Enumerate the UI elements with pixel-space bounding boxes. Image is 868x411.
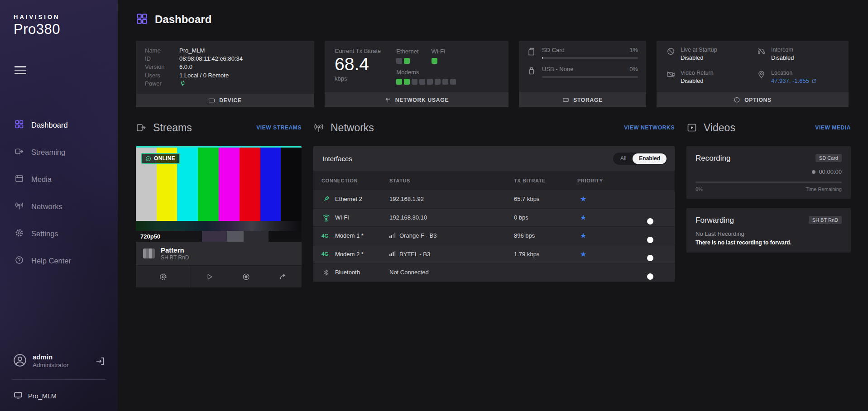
interface-name: Bluetooth: [335, 269, 360, 276]
hamburger-menu-icon[interactable]: [14, 64, 26, 76]
location-link[interactable]: 47.937, -1.655: [771, 77, 817, 84]
live-at-startup-item: Live at Startup Disabled: [667, 47, 748, 63]
location-item: Location 47.937, -1.655: [757, 70, 839, 86]
location-pin-icon: [757, 70, 766, 79]
sidebar-device-name: Pro_MLM: [28, 392, 57, 400]
ethernet-usage-group: Ethernet: [396, 48, 418, 64]
streams-section: Streams VIEW STREAMS ONLINE 720p50: [136, 120, 302, 287]
stream-status-badge: ONLINE: [141, 153, 180, 164]
record-icon: [242, 272, 250, 281]
modem-4g-icon: 4G: [321, 233, 331, 239]
filter-all-option[interactable]: All: [614, 153, 633, 164]
interface-bitrate: 0 bps: [514, 214, 577, 221]
recording-timer: 00:00:00: [695, 168, 842, 175]
logout-icon[interactable]: [95, 356, 105, 366]
nav-label: Streaming: [31, 148, 65, 157]
view-streams-link[interactable]: VIEW STREAMS: [256, 124, 302, 131]
view-media-link[interactable]: VIEW MEDIA: [815, 124, 851, 131]
usb-label: USB - None: [542, 66, 573, 72]
stream-card: ONLINE 720p50 Pattern SH BT RnD: [136, 146, 302, 287]
intercom-disabled-icon: [757, 47, 766, 56]
filter-enabled-option[interactable]: Enabled: [633, 153, 667, 164]
interface-status: 192.168.1.92: [389, 196, 514, 202]
recording-title: Recording: [695, 154, 731, 163]
sidebar-item-networks[interactable]: Networks: [0, 193, 118, 220]
brand-logo: HAIVISION Pro380: [0, 0, 118, 38]
storage-card: SD Card 1% USB - None 0%: [519, 41, 646, 107]
usb-icon: [527, 66, 536, 75]
stream-preview[interactable]: ONLINE 720p50: [136, 146, 302, 242]
svg-text:AP: AP: [324, 219, 328, 221]
sidebar-item-media[interactable]: Media: [0, 166, 118, 193]
user-row[interactable]: admin Administrator: [10, 349, 108, 373]
option-value: Disabled: [681, 77, 714, 84]
device-footer-button[interactable]: DEVICE: [136, 94, 314, 107]
storage-footer-label: STORAGE: [573, 97, 603, 103]
options-footer-label: OPTIONS: [744, 97, 772, 103]
tx-bitrate-unit: kbps: [335, 75, 381, 82]
wifi-usage-group: Wi-Fi: [432, 48, 445, 64]
sidebar-item-settings[interactable]: Settings: [0, 220, 118, 248]
stream-record-button[interactable]: [228, 266, 264, 287]
interface-status: 192.168.30.10: [389, 214, 514, 221]
sidebar-item-help-center[interactable]: Help Center: [0, 248, 118, 275]
forwarding-title: Forwarding: [695, 216, 734, 225]
dashboard-grid-icon: [14, 119, 24, 131]
storage-footer-button[interactable]: STORAGE: [519, 92, 646, 107]
streaming-icon: [14, 147, 24, 158]
option-label: Intercom: [771, 47, 794, 53]
sidebar-nav: Dashboard Streaming Media Networks Setti…: [0, 112, 118, 275]
recording-card: Recording SD Card 00:00:00 0% Time Remai…: [686, 146, 851, 199]
help-icon: [14, 255, 24, 267]
videos-title: Videos: [704, 122, 735, 134]
device-field-value: 1 Local / 0 Remote: [179, 72, 229, 80]
modem-4g-icon: 4G: [321, 251, 331, 257]
nav-label: Media: [31, 175, 52, 184]
sidebar-device-row[interactable]: Pro_MLM: [10, 386, 108, 404]
ethernet-label: Ethernet: [396, 48, 418, 55]
user-name: admin: [33, 353, 69, 362]
stream-play-button[interactable]: [191, 266, 228, 287]
media-icon: [14, 174, 24, 185]
stream-forward-button[interactable]: [265, 266, 302, 287]
option-value: Disabled: [681, 54, 717, 61]
modems-usage-group: Modems: [396, 69, 456, 85]
recording-percent: 0%: [695, 186, 703, 192]
interface-row-wifi: APWi-Fi 192.168.30.10 0 bps ★: [313, 209, 675, 227]
interface-name: Modem 1 *: [335, 232, 364, 239]
priority-star-icon[interactable]: ★: [577, 214, 586, 221]
settings-gear-icon: [14, 228, 24, 239]
network-usage-footer-button[interactable]: NETWORK USAGE: [325, 92, 508, 107]
stream-actions: [136, 265, 302, 287]
interface-settings-icon[interactable]: [620, 195, 654, 203]
device-field-label: Name: [145, 47, 179, 55]
sidebar-bottom: admin Administrator Pro_MLM: [0, 349, 118, 411]
device-field-value: 08:98:08:11:42:e6:80:34: [179, 55, 243, 63]
stream-info-row[interactable]: Pattern SH BT RnD: [136, 242, 302, 265]
interfaces-panel-title: Interfaces: [322, 155, 352, 162]
device-field-label: ID: [145, 55, 179, 63]
power-plug-icon: [179, 80, 186, 88]
interface-bitrate: 65.7 kbps: [514, 196, 577, 202]
sidebar-item-streaming[interactable]: Streaming: [0, 139, 118, 166]
nav-label: Help Center: [31, 257, 71, 265]
forward-arrow-icon: [279, 272, 288, 281]
interface-bitrate: 1.79 kbps: [514, 251, 577, 258]
priority-star-icon[interactable]: ★: [577, 232, 586, 239]
view-networks-link[interactable]: VIEW NETWORKS: [624, 124, 675, 131]
device-field-value: 6.0.0: [179, 63, 192, 71]
forwarding-card: Forwarding SH BT RnD No Last Recording T…: [686, 208, 851, 253]
options-footer-button[interactable]: OPTIONS: [657, 92, 849, 107]
brand-name: HAIVISION: [14, 14, 118, 20]
interface-row-modem2: 4GModem 2 * BYTEL - B3 1.79 kbps ★: [313, 245, 675, 264]
interface-status: BYTEL - B3: [399, 251, 430, 258]
stream-subtitle: SH BT RnD: [161, 254, 189, 261]
priority-star-icon[interactable]: ★: [577, 250, 586, 258]
option-label: Video Return: [681, 70, 714, 76]
stream-settings-button[interactable]: [136, 266, 191, 287]
play-icon: [205, 272, 214, 281]
sd-card-percent: 1%: [629, 47, 638, 53]
priority-star-icon[interactable]: ★: [577, 195, 586, 203]
sidebar-item-dashboard[interactable]: Dashboard: [0, 112, 118, 139]
option-label: Location: [771, 70, 817, 76]
